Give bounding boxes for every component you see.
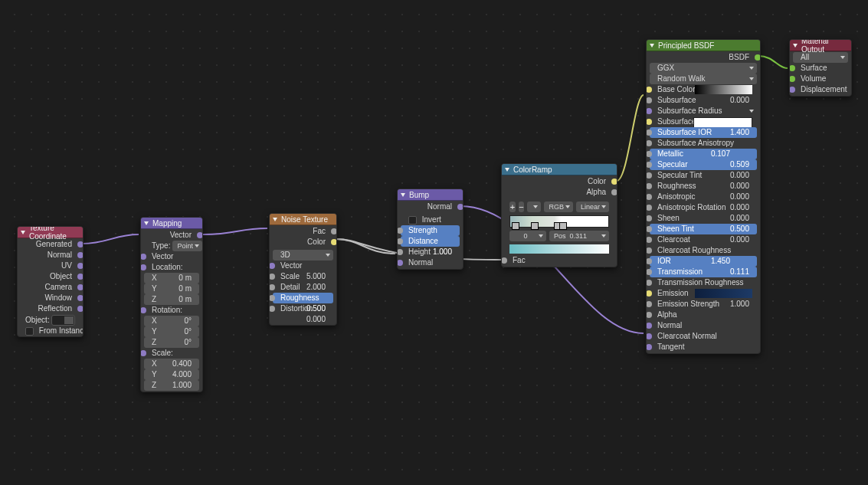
input-tangent[interactable]: Tangent — [650, 342, 757, 352]
param-row[interactable]: Roughness0.500 — [273, 293, 333, 303]
object-dropper[interactable] — [51, 315, 75, 326]
node-texture-coordinate[interactable]: Texture Coordinate GeneratedNormalUVObje… — [17, 226, 84, 337]
output-normal[interactable]: Normal — [21, 250, 80, 261]
output-window[interactable]: Window — [21, 293, 80, 303]
node-header[interactable]: Bump — [398, 189, 463, 201]
param-row[interactable]: Specular Tint0.000 — [650, 170, 757, 181]
invert-checkbox[interactable] — [408, 216, 417, 224]
output-normal[interactable]: Normal — [401, 202, 460, 212]
output-color[interactable]: Color — [273, 237, 333, 247]
axis-field[interactable]: Z0° — [144, 337, 199, 348]
param-row[interactable]: Subsurface0.000 — [650, 95, 757, 106]
input-subsurface-color[interactable]: Subsurface Color — [650, 116, 757, 127]
collapse-icon[interactable] — [273, 218, 277, 221]
param-row[interactable]: Subsurface IOR1.400 — [650, 127, 757, 138]
axis-field[interactable]: Z0 m — [144, 294, 199, 305]
param-row[interactable]: Detail2.000 — [273, 282, 333, 293]
param-row[interactable]: Transmission0.111 — [650, 267, 757, 277]
collapse-icon[interactable] — [650, 44, 654, 48]
rgb-select[interactable]: RGB — [544, 202, 573, 212]
node-header[interactable]: Material Output — [790, 40, 851, 51]
output-alpha[interactable]: Alpha — [505, 187, 614, 198]
node-bump[interactable]: Bump Normal Invert Strength1.000 Distanc… — [397, 188, 463, 270]
output-bsdf[interactable]: BSDF — [650, 52, 757, 63]
from-instancer-checkbox[interactable] — [25, 327, 34, 336]
param-row[interactable]: Sheen0.000 — [650, 213, 757, 224]
node-header[interactable]: Principled BSDF — [647, 40, 760, 51]
axis-field[interactable]: X0° — [144, 316, 199, 326]
node-header[interactable]: ColorRamp — [502, 164, 617, 175]
param-row[interactable]: Scale5.000 — [273, 271, 333, 282]
param-row[interactable]: Anisotropic0.000 — [650, 192, 757, 202]
node-material-output[interactable]: Material Output All SurfaceVolumeDisplac… — [789, 39, 852, 97]
sss-method-select[interactable]: Random Walk — [650, 74, 757, 84]
input-normal[interactable]: Normal — [650, 320, 757, 331]
dimensions-select[interactable]: 3D — [273, 250, 333, 261]
ramp-stop[interactable] — [559, 222, 567, 230]
input-vector[interactable]: Vector — [273, 261, 333, 271]
axis-field[interactable]: Y0 m — [144, 283, 199, 294]
input-vector[interactable]: Vector — [144, 251, 199, 262]
input-clearcoat-normal[interactable]: Clearcoat Normal — [650, 331, 757, 342]
collapse-icon[interactable] — [144, 221, 149, 225]
axis-field[interactable]: Z1.000 — [144, 380, 199, 391]
output-object[interactable]: Object — [21, 271, 80, 282]
axis-field[interactable]: X0 m — [144, 273, 199, 283]
stop-index[interactable]: 0 — [509, 231, 546, 241]
node-header[interactable]: Mapping — [141, 218, 202, 229]
collapse-icon[interactable] — [21, 231, 25, 234]
input-normal[interactable]: Normal — [401, 257, 460, 268]
input-alpha[interactable]: Alpha — [650, 310, 757, 320]
add-stop-button[interactable]: + — [509, 202, 516, 212]
remove-stop-button[interactable]: − — [519, 202, 525, 212]
output-camera[interactable]: Camera — [21, 282, 80, 293]
node-color-ramp[interactable]: ColorRamp Color Alpha + − RGB Linear 0 P… — [501, 163, 617, 267]
distribution-select[interactable]: GGX — [650, 63, 757, 74]
output-fac[interactable]: Fac — [273, 226, 333, 237]
stop-position[interactable]: Pos 0.311 — [549, 231, 609, 241]
stop-color-swatch[interactable] — [509, 244, 609, 254]
axis-field[interactable]: X0.400 — [144, 359, 199, 369]
param-row[interactable]: Transmission Roughness0.000 — [650, 277, 757, 288]
param-row[interactable]: Strength1.000 — [401, 225, 460, 236]
node-header[interactable]: Noise Texture — [270, 214, 336, 225]
param-row[interactable]: Metallic0.107 — [650, 149, 757, 159]
input-subsurface-radius[interactable]: Subsurface Radius — [650, 106, 757, 116]
type-select[interactable]: Point — [172, 241, 202, 251]
color-ramp-gradient[interactable] — [509, 215, 609, 228]
param-row[interactable]: Distance1.000 — [401, 236, 460, 247]
ramp-stop[interactable] — [531, 222, 539, 230]
input-fac[interactable]: Fac — [505, 255, 614, 266]
input-height[interactable]: Height — [401, 247, 460, 257]
target-select[interactable]: All — [793, 52, 848, 63]
output-vector[interactable]: Vector — [144, 230, 199, 241]
axis-field[interactable]: Y4.000 — [144, 369, 199, 380]
node-header[interactable]: Texture Coordinate — [18, 227, 83, 238]
axis-field[interactable]: Y0° — [144, 326, 199, 337]
param-row[interactable]: Roughness0.000 — [650, 181, 757, 192]
ramp-menu[interactable] — [527, 202, 541, 212]
output-generated[interactable]: Generated — [21, 239, 80, 250]
collapse-icon[interactable] — [401, 193, 405, 197]
param-row[interactable]: Distortion0.000 — [273, 303, 333, 314]
param-row[interactable]: Sheen Tint0.500 — [650, 224, 757, 234]
input-volume[interactable]: Volume — [793, 74, 848, 84]
collapse-icon[interactable] — [505, 168, 509, 172]
input-displacement[interactable]: Displacement — [793, 84, 848, 95]
interp-select[interactable]: Linear — [576, 202, 609, 212]
input-emission-strength[interactable]: Emission Strength1.000 — [650, 299, 757, 310]
ramp-stop[interactable] — [512, 222, 519, 230]
input-emission[interactable]: Emission — [650, 288, 757, 299]
node-noise-texture[interactable]: Noise Texture Fac Color 3D Vector Scale5… — [269, 213, 337, 326]
param-row[interactable]: Clearcoat0.000 — [650, 234, 757, 245]
param-row[interactable]: Anisotropic Rotation0.000 — [650, 202, 757, 213]
collapse-icon[interactable] — [793, 44, 798, 48]
param-row[interactable]: Clearcoat Roughness0.030 — [650, 245, 757, 256]
param-row[interactable]: Specular0.509 — [650, 159, 757, 170]
param-row[interactable]: IOR1.450 — [650, 256, 757, 267]
node-principled-bsdf[interactable]: Principled BSDF BSDF GGX Random Walk Bas… — [646, 39, 761, 354]
node-mapping[interactable]: Mapping Vector Type: Point Vector Locati… — [140, 217, 203, 392]
output-reflection[interactable]: Reflection — [21, 303, 80, 314]
input-surface[interactable]: Surface — [793, 63, 848, 74]
input-base-color[interactable]: Base Color — [650, 84, 757, 95]
